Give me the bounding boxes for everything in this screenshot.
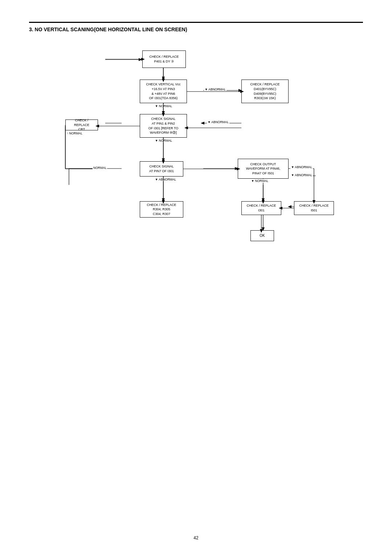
label-abnormal-4: ▼ ABNORMAL	[290, 173, 313, 177]
page: 3. NO VERTICAL SCANING(ONE HORIZONTAL LI…	[0, 0, 392, 555]
box-check-replace-r304: CHECK / REPLACER304, R305C304, R307	[140, 201, 183, 218]
box-check-output-waveform: CHECK OUTPUTWAVEFORM AT PIN46,PIN47 OF I…	[238, 159, 289, 179]
label-normal-2: ▼ NORMAL	[154, 139, 173, 142]
box-check-signal-pin7: CHECK SIGNALAT PIN7 OF I301	[140, 161, 183, 177]
section-title: 3. NO VERTICAL SCANING(ONE HORIZONTAL LI…	[29, 22, 363, 32]
box-check-vertical-vcc: CHECK VERTICAL Vcc+16.5V AT PIN3& +48V A…	[140, 80, 187, 103]
box-check-signal-pin1-pin2: CHECK SIGNALAT PIN1 & PIN2OF I301 [REFER…	[140, 114, 187, 138]
label-abnormal-b7-right: ▼ ABNORMAL	[290, 165, 313, 169]
label-normal-b7: ▼ NORMAL	[250, 179, 269, 183]
svg-marker-21	[288, 205, 291, 208]
label-abnormal-2: ▼ ABNORMAL	[207, 120, 229, 124]
label-normal-crt: ↑ NORMAL	[66, 131, 83, 135]
flowchart-diagram: CHECK / REPLACEP401 & DY ③ CHECK VERTICA…	[33, 43, 359, 268]
label-normal-3: NORMAL	[93, 166, 107, 170]
svg-marker-9	[201, 122, 204, 125]
box-check-replace-d401: CHECK / REPLACED401(BYV95C)D409(BYV95C)R…	[241, 80, 289, 103]
label-abnormal-3: ▼ ABNORMAL	[154, 178, 177, 181]
label-normal-1: ▼ NORMAL	[154, 104, 173, 108]
box-check-replace-crt: CHECK / REPLACECRT	[65, 119, 98, 130]
box-check-replace-p401: CHECK / REPLACEP401 & DY ③	[142, 50, 186, 68]
page-number: 42	[0, 535, 392, 540]
label-abnormal-1: ▼ ABNORMAL	[204, 88, 226, 91]
box-check-replace-i501: CHECK / REPLACEI501	[294, 201, 334, 215]
svg-marker-29	[139, 58, 142, 61]
box-ok: OK	[250, 230, 274, 241]
box-check-replace-i301: CHECK / REPLACEI301	[241, 201, 281, 215]
